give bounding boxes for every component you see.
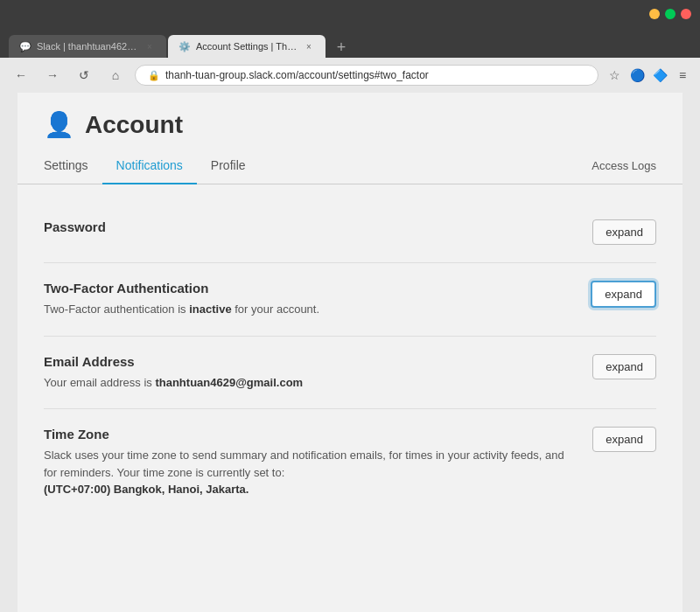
access-logs-link[interactable]: Access Logs (592, 149, 656, 183)
section-two-factor-right: expand (591, 281, 656, 308)
bookmark-icon[interactable]: ☆ (606, 66, 623, 84)
section-password-right: expand (592, 219, 656, 245)
page-title: Account (85, 111, 183, 139)
window-controls (649, 9, 691, 19)
password-expand-button[interactable]: expand (592, 219, 656, 245)
tab-profile[interactable]: Profile (197, 148, 260, 184)
page-inner: 👤 Account Settings Notifications Profile… (18, 93, 682, 612)
title-bar (0, 0, 700, 28)
reload-button[interactable]: ↺ (72, 63, 96, 87)
maximize-button[interactable] (665, 9, 676, 19)
account-header: 👤 Account (18, 93, 682, 148)
two-factor-desc-part1: Two-Factor authentication is (44, 303, 189, 316)
forward-button[interactable]: → (40, 63, 65, 87)
menu-icon[interactable]: ≡ (674, 66, 691, 84)
section-timezone-left: Time Zone Slack uses your time zone to s… (44, 427, 575, 498)
account-favicon: ⚙️ (178, 40, 191, 52)
section-two-factor: Two-Factor Authentication Two-Factor aut… (44, 263, 656, 337)
tab-settings[interactable]: Settings (44, 148, 102, 184)
section-email-left: Email Address Your email address is than… (44, 354, 575, 392)
timezone-expand-button[interactable]: expand (592, 427, 656, 452)
account-tab-title: Account Settings | Thanh Tuan S... (196, 41, 298, 52)
section-timezone-desc: Slack uses your time zone to send summar… (44, 447, 575, 498)
new-tab-button[interactable]: + (331, 37, 352, 58)
email-expand-button[interactable]: expand (592, 354, 656, 379)
two-factor-expand-button[interactable]: expand (591, 281, 656, 308)
two-factor-desc-part3: for your account. (232, 303, 319, 316)
page: 👤 Account Settings Notifications Profile… (0, 93, 700, 612)
section-password-left: Password (44, 219, 575, 240)
extension-icon[interactable]: 🔷 (651, 66, 668, 84)
close-button[interactable] (681, 9, 691, 19)
home-button[interactable]: ⌂ (103, 63, 128, 87)
browser-chrome: 💬 Slack | thanhtuan4629 | Thanh Tu... × … (0, 0, 700, 93)
section-password: Password expand (44, 202, 656, 263)
lock-icon: 🔒 (148, 70, 160, 81)
browser-tab-slack[interactable]: 💬 Slack | thanhtuan4629 | Thanh Tu... × (9, 35, 166, 58)
url-bar[interactable]: 🔒 thanh-tuan-group.slack.com/account/set… (135, 65, 598, 86)
section-password-title: Password (44, 219, 575, 234)
minimize-button[interactable] (649, 9, 660, 19)
account-tab-close[interactable]: × (303, 40, 315, 52)
two-factor-desc-bold: inactive (189, 303, 231, 316)
slack-tab-close[interactable]: × (144, 40, 156, 52)
section-timezone-right: expand (592, 427, 656, 452)
section-two-factor-left: Two-Factor Authentication Two-Factor aut… (44, 281, 573, 318)
email-desc-part1: Your email address is (44, 376, 155, 389)
section-timezone-title: Time Zone (44, 427, 575, 442)
email-address-value: thanhtuan4629@gmail.com (155, 376, 303, 389)
section-email-right: expand (592, 354, 656, 379)
slack-favicon: 💬 (19, 40, 32, 52)
settings-tabs: Settings Notifications Profile Access Lo… (18, 148, 682, 184)
section-email: Email Address Your email address is than… (44, 337, 656, 410)
profile-icon[interactable]: 🔵 (628, 66, 646, 84)
tab-bar: 💬 Slack | thanhtuan4629 | Thanh Tu... × … (0, 28, 700, 58)
browser-tab-account-settings[interactable]: ⚙️ Account Settings | Thanh Tuan S... × (168, 35, 326, 58)
timezone-current-value: (UTC+07:00) Bangkok, Hanoi, Jakarta. (44, 483, 248, 496)
back-button[interactable]: ← (9, 63, 33, 87)
tab-notifications[interactable]: Notifications (102, 148, 197, 184)
section-two-factor-title: Two-Factor Authentication (44, 281, 573, 296)
section-email-desc: Your email address is thanhtuan4629@gmai… (44, 374, 575, 392)
address-bar: ← → ↺ ⌂ 🔒 thanh-tuan-group.slack.com/acc… (0, 58, 700, 93)
url-text: thanh-tuan-group.slack.com/account/setti… (165, 69, 429, 81)
section-timezone: Time Zone Slack uses your time zone to s… (44, 409, 656, 516)
account-user-icon: 👤 (44, 110, 74, 139)
section-email-title: Email Address (44, 354, 575, 369)
slack-tab-title: Slack | thanhtuan4629 | Thanh Tu... (37, 41, 138, 52)
content-area: Password expand Two-Factor Authenticatio… (18, 184, 682, 533)
timezone-desc-text: Slack uses your time zone to send summar… (44, 449, 564, 479)
section-two-factor-desc: Two-Factor authentication is inactive fo… (44, 301, 573, 318)
address-icons: ☆ 🔵 🔷 ≡ (606, 66, 691, 84)
